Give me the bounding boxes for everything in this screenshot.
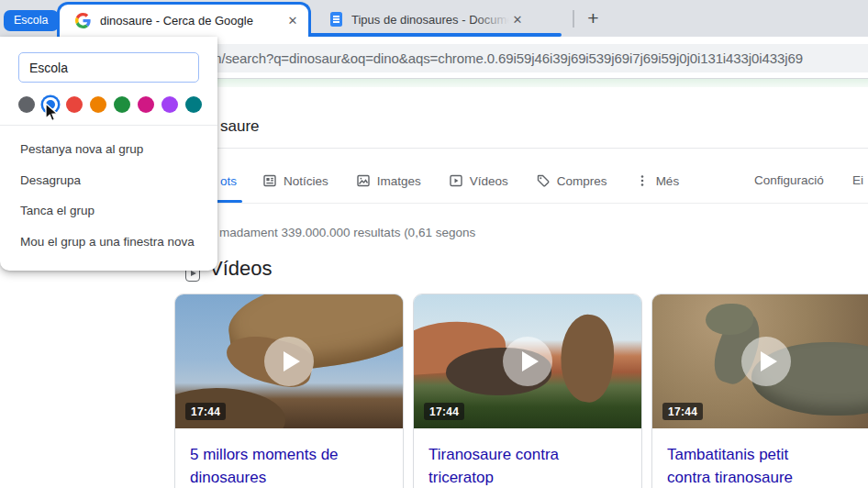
- news-icon: [262, 173, 277, 188]
- new-tab-button[interactable]: +: [581, 6, 606, 31]
- tab-group-edit-popup: Pestanya nova al grup Desagrupa Tanca el…: [0, 37, 217, 271]
- play-icon: [741, 337, 791, 386]
- video-card: 17:44 5 millors moments de dinosaures: [174, 294, 404, 488]
- link-configuracio[interactable]: Configuració: [754, 173, 824, 187]
- tab-mes[interactable]: Més: [635, 173, 680, 188]
- group-name-input[interactable]: [18, 52, 199, 83]
- mouse-cursor: [43, 103, 61, 123]
- video-thumbnail[interactable]: 17:44: [652, 294, 868, 428]
- tab-group-chip[interactable]: Escola: [4, 10, 59, 31]
- search-box-query[interactable]: saure: [220, 117, 260, 136]
- close-icon[interactable]: ✕: [509, 13, 526, 27]
- tab-tipus-de-dinosaures[interactable]: Tipus de dinosaures - Document ✕: [319, 2, 560, 37]
- tab-label: Vídeos: [470, 174, 508, 188]
- address-bar[interactable]: m/search?q=dinosaur&oq=dino&aqs=chrome.0…: [147, 44, 868, 72]
- tab-label: Compres: [557, 174, 607, 188]
- results-nav: ots Notícies Imatges Vídeos Compres Més: [220, 173, 707, 188]
- google-docs-favicon: [330, 12, 342, 27]
- play-icon: [264, 337, 314, 386]
- color-swatch-grey[interactable]: [18, 96, 35, 113]
- video-icon: [449, 173, 463, 188]
- video-thumbnail[interactable]: 17:44: [414, 294, 641, 428]
- menu-item-ungroup[interactable]: Desagrupa: [0, 165, 217, 196]
- play-icon: [503, 337, 552, 386]
- video-title-link[interactable]: Tiranosaure contra triceratop: [428, 443, 627, 488]
- color-swatch-purple[interactable]: [161, 96, 178, 113]
- results-stats: madament 339.000.000 resultats (0,61 seg…: [219, 226, 475, 239]
- tab-imatges[interactable]: Imatges: [356, 173, 421, 188]
- tab-title: dinosaure - Cerca de Google: [100, 14, 284, 28]
- duration-badge: 17:44: [662, 403, 703, 420]
- menu-item-new-tab-in-group[interactable]: Pestanya nova al grup: [0, 134, 217, 165]
- google-favicon: [75, 13, 91, 28]
- video-title-link[interactable]: Tambatitanis petit contra tiranosaure: [667, 443, 828, 488]
- tab-label: Més: [656, 174, 680, 188]
- tab-tots[interactable]: ots: [220, 174, 237, 188]
- tab-separator: [573, 10, 574, 28]
- close-icon[interactable]: ✕: [284, 14, 301, 28]
- tab-noticies[interactable]: Notícies: [262, 173, 328, 188]
- duration-badge: 17:44: [185, 403, 226, 420]
- tab-dinosaure[interactable]: dinosaure - Cerca de Google ✕: [57, 2, 311, 37]
- tag-icon: [536, 173, 551, 188]
- video-card: 17:44 Tambatitanis petit contra tiranosa…: [651, 294, 868, 488]
- more-vert-icon: [635, 173, 650, 188]
- video-cards: 17:44 5 millors moments de dinosaures 17…: [174, 294, 868, 488]
- color-swatch-green[interactable]: [114, 96, 130, 113]
- videos-section-title: Vídeos: [209, 257, 273, 281]
- duration-badge: 17:44: [424, 403, 464, 420]
- color-swatch-teal[interactable]: [185, 96, 202, 113]
- browser-window: saure ots Notícies Imatges Vídeos Compre…: [0, 0, 868, 488]
- video-thumbnail[interactable]: 17:44: [175, 294, 403, 428]
- link-eines[interactable]: Ei: [852, 173, 863, 187]
- tab-label: Imatges: [377, 174, 421, 188]
- video-card: 17:44 Tiranosaure contra triceratop: [413, 294, 642, 488]
- color-swatch-pink[interactable]: [138, 96, 154, 113]
- color-swatch-orange[interactable]: [90, 96, 106, 113]
- url-text: m/search?q=dinosaur&oq=dino&aqs=chrome.0…: [210, 44, 803, 72]
- tab-videos[interactable]: Vídeos: [449, 173, 508, 188]
- menu-item-close-group[interactable]: Tanca el grup: [0, 195, 217, 227]
- video-title-link[interactable]: 5 millors moments de dinosaures: [190, 443, 388, 488]
- image-icon: [356, 173, 371, 188]
- menu-item-move-to-new-window[interactable]: Mou el grup a una finestra nova: [0, 227, 217, 258]
- group-popup-menu: Pestanya nova al grup Desagrupa Tanca el…: [0, 125, 217, 257]
- tab-strip: Escola dinosaure - Cerca de Google ✕ Tip…: [0, 0, 868, 37]
- color-swatch-red[interactable]: [66, 96, 83, 113]
- tab-compres[interactable]: Compres: [536, 173, 607, 188]
- tab-label: Notícies: [284, 174, 328, 188]
- tab-title: Tipus de dinosaures - Document: [351, 13, 509, 27]
